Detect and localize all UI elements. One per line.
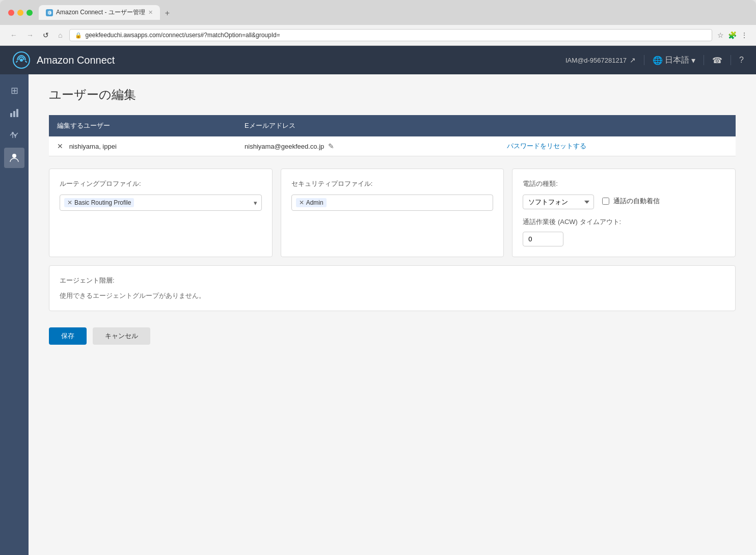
logout-icon[interactable]: ↗ bbox=[630, 56, 636, 64]
extension-button[interactable]: 🧩 bbox=[728, 31, 737, 39]
divider2 bbox=[704, 55, 704, 65]
sidebar-item-routing[interactable] bbox=[4, 125, 24, 146]
form-sections: ルーティングプロファイル: ✕ Basic Routing Profile ▾ … bbox=[49, 169, 736, 257]
divider bbox=[644, 55, 644, 65]
routing-profile-label: ルーティングプロファイル: bbox=[60, 179, 262, 188]
auto-accept-row: 通話の自動着信 bbox=[602, 197, 660, 206]
browser-titlebar: Amazon Connect - ユーザー管理 ✕ + bbox=[0, 0, 756, 25]
help-button[interactable]: ? bbox=[739, 55, 744, 65]
traffic-lights bbox=[8, 10, 33, 16]
svg-rect-3 bbox=[10, 113, 12, 117]
minimize-button[interactable] bbox=[17, 10, 23, 16]
save-button[interactable]: 保存 bbox=[49, 327, 87, 345]
row-close-button[interactable]: ✕ bbox=[57, 142, 63, 150]
divider3 bbox=[731, 55, 731, 65]
address-input[interactable]: 🔒 geekfeeduchi.awsapps.com/connect/users… bbox=[69, 29, 712, 41]
routing-profile-tag: ✕ Basic Routing Profile bbox=[64, 198, 134, 207]
user-table: 編集するユーザー Eメールアドレス ✕ nishiyama, ippei bbox=[49, 115, 736, 156]
header-right: IAM@d-9567281217 ↗ 🌐 日本語 ▾ ☎ ? bbox=[565, 55, 744, 66]
phone-type-select[interactable]: ソフトフォン デスクフォン bbox=[523, 195, 594, 209]
page-title: ユーザーの編集 bbox=[49, 87, 736, 103]
sidebar-item-users[interactable] bbox=[4, 148, 24, 168]
tab-title: Amazon Connect - ユーザー管理 bbox=[56, 8, 145, 17]
security-profile-tag: ✕ Admin bbox=[296, 198, 327, 207]
sidebar-item-dashboard[interactable]: ⊞ bbox=[4, 80, 24, 101]
menu-button[interactable]: ⋮ bbox=[741, 31, 748, 39]
username-cell: ✕ nishiyama, ippei bbox=[49, 136, 236, 156]
back-button[interactable]: ← bbox=[8, 30, 19, 40]
language-button[interactable]: 🌐 日本語 ▾ bbox=[653, 55, 695, 66]
security-profile-card: セキュリティプロファイル: ✕ Admin bbox=[281, 169, 504, 257]
email-value: nishiyama@geekfeed.co.jp bbox=[245, 143, 324, 150]
routing-profile-select[interactable]: ✕ Basic Routing Profile ▾ bbox=[60, 195, 262, 211]
phone-type-label: 電話の種類: bbox=[523, 179, 725, 188]
new-tab-button[interactable]: + bbox=[161, 7, 174, 20]
header-user: IAM@d-9567281217 ↗ bbox=[565, 56, 636, 64]
chevron-down-icon: ▾ bbox=[691, 55, 695, 65]
header-title: Amazon Connect bbox=[37, 54, 115, 66]
sidebar-item-reports[interactable] bbox=[4, 103, 24, 123]
home-button[interactable]: ⌂ bbox=[56, 30, 64, 40]
browser-tabs: Amazon Connect - ユーザー管理 ✕ + bbox=[39, 5, 174, 20]
edit-email-icon[interactable]: ✎ bbox=[328, 142, 334, 150]
acw-input[interactable] bbox=[523, 232, 563, 246]
username-value: nishiyama, ippei bbox=[69, 143, 117, 150]
svg-point-8 bbox=[12, 154, 16, 158]
agent-hierarchy-label: エージェント階層: bbox=[60, 276, 725, 285]
phone-button[interactable]: ☎ bbox=[712, 55, 722, 65]
acw-label: 通話作業後 (ACW) タイムアウト: bbox=[523, 217, 725, 227]
col-actions bbox=[499, 115, 736, 136]
app-container: Amazon Connect IAM@d-9567281217 ↗ 🌐 日本語 … bbox=[0, 46, 756, 555]
refresh-button[interactable]: ↺ bbox=[41, 30, 51, 40]
tab-favicon bbox=[46, 9, 53, 16]
svg-rect-4 bbox=[13, 111, 15, 117]
app-body: ⊞ ユーザーの編集 編集するユーザー bbox=[0, 74, 756, 555]
page-content: ユーザーの編集 編集するユーザー Eメールアドレス ✕ bbox=[29, 74, 756, 555]
security-profile-label: セキュリティプロファイル: bbox=[291, 179, 494, 188]
svg-rect-5 bbox=[16, 109, 18, 117]
app-header: Amazon Connect IAM@d-9567281217 ↗ 🌐 日本語 … bbox=[0, 46, 756, 74]
security-profile-remove[interactable]: ✕ bbox=[299, 199, 304, 206]
bottom-actions: 保存 キャンセル bbox=[49, 319, 736, 353]
lock-icon: 🔒 bbox=[75, 32, 82, 39]
globe-icon: 🌐 bbox=[653, 55, 663, 65]
security-profile-select[interactable]: ✕ Admin bbox=[291, 195, 494, 211]
agent-hierarchy-section: エージェント階層: 使用できるエージェントグループがありません。 bbox=[49, 265, 736, 311]
address-bar: ← → ↺ ⌂ 🔒 geekfeeduchi.awsapps.com/conne… bbox=[0, 25, 756, 46]
amazon-connect-logo bbox=[12, 51, 31, 69]
cancel-button[interactable]: キャンセル bbox=[93, 327, 150, 345]
phone-type-card: 電話の種類: ソフトフォン デスクフォン 通話の自動着信 通話作業後 (A bbox=[512, 169, 736, 257]
sidebar: ⊞ bbox=[0, 74, 29, 555]
tab-close-button[interactable]: ✕ bbox=[148, 9, 153, 16]
email-cell: nishiyama@geekfeed.co.jp ✎ bbox=[236, 136, 499, 156]
col-username: 編集するユーザー bbox=[49, 115, 236, 136]
active-tab[interactable]: Amazon Connect - ユーザー管理 ✕ bbox=[39, 5, 160, 20]
routing-profile-remove[interactable]: ✕ bbox=[67, 199, 72, 206]
forward-button[interactable]: → bbox=[24, 30, 36, 40]
security-profile-value: Admin bbox=[306, 199, 323, 206]
routing-profile-card: ルーティングプロファイル: ✕ Basic Routing Profile ▾ bbox=[49, 169, 273, 257]
auto-accept-label: 通話の自動着信 bbox=[613, 197, 660, 206]
reset-password-link[interactable]: パスワードをリセットする bbox=[507, 142, 586, 150]
bookmark-button[interactable]: ☆ bbox=[717, 31, 724, 39]
close-button[interactable] bbox=[8, 10, 14, 16]
routing-profile-value: Basic Routing Profile bbox=[74, 199, 131, 206]
svg-point-2 bbox=[20, 59, 23, 62]
agent-hierarchy-empty: 使用できるエージェントグループがありません。 bbox=[60, 291, 725, 300]
url-text: geekfeeduchi.awsapps.com/connect/users#?… bbox=[85, 32, 280, 39]
auto-accept-checkbox[interactable] bbox=[602, 198, 609, 205]
browser-action-buttons: ☆ 🧩 ⋮ bbox=[717, 31, 748, 39]
browser-window: Amazon Connect - ユーザー管理 ✕ + ← → ↺ ⌂ 🔒 ge… bbox=[0, 0, 756, 555]
header-logo: Amazon Connect bbox=[12, 51, 115, 69]
table-row: ✕ nishiyama, ippei nishiyama@geekfeed.co… bbox=[49, 136, 736, 156]
maximize-button[interactable] bbox=[26, 10, 33, 16]
col-email: Eメールアドレス bbox=[236, 115, 499, 136]
reset-password-cell: パスワードをリセットする bbox=[499, 136, 736, 156]
routing-profile-arrow: ▾ bbox=[254, 199, 257, 207]
